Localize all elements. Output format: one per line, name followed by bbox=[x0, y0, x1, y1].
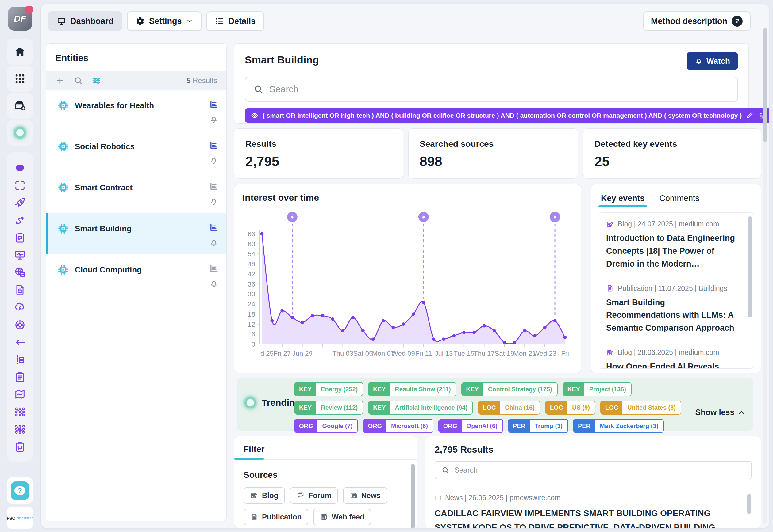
trending-tag[interactable]: PERTrump (3) bbox=[508, 419, 568, 433]
bell-icon[interactable] bbox=[209, 238, 219, 247]
data-point[interactable] bbox=[503, 341, 506, 344]
source-filter-forum[interactable]: Forum bbox=[290, 487, 338, 504]
bell-icon[interactable] bbox=[209, 156, 219, 165]
data-point[interactable] bbox=[482, 324, 486, 328]
data-point[interactable] bbox=[493, 329, 496, 333]
filter-tab[interactable]: Filter bbox=[234, 436, 417, 460]
data-point[interactable] bbox=[261, 232, 264, 236]
data-point[interactable] bbox=[523, 329, 526, 333]
rail-monitor-pulse-button[interactable] bbox=[14, 249, 26, 261]
query-chip[interactable]: ( smart OR intelligent OR high-tech ) AN… bbox=[245, 108, 769, 123]
rail-apps-grid-button[interactable] bbox=[7, 66, 33, 92]
tab-key-events[interactable]: Key events bbox=[600, 192, 646, 207]
bar-chart-icon[interactable] bbox=[209, 140, 219, 151]
rail-globe-chart-button[interactable] bbox=[14, 266, 26, 279]
rail-wheel-button[interactable] bbox=[14, 319, 26, 331]
key-events-scrollbar[interactable] bbox=[748, 216, 752, 317]
rail-clipboard-chat-button[interactable] bbox=[14, 441, 26, 453]
entity-row[interactable]: Smart Contract bbox=[46, 172, 227, 213]
watch-button[interactable]: Watch bbox=[687, 52, 738, 70]
page-scrollbar-track[interactable] bbox=[763, 27, 767, 524]
rail-brain-button[interactable] bbox=[14, 301, 26, 313]
trending-tag[interactable]: PERMark Zuckerberg (3) bbox=[573, 419, 664, 433]
data-point[interactable] bbox=[553, 319, 557, 322]
data-point[interactable] bbox=[563, 336, 567, 339]
data-point[interactable] bbox=[472, 331, 476, 334]
rail-network-graph-button[interactable] bbox=[14, 406, 26, 418]
results-scrollbar[interactable] bbox=[747, 494, 751, 514]
rail-winding-arrow-button[interactable] bbox=[14, 214, 26, 226]
data-point[interactable] bbox=[321, 314, 324, 317]
entity-row[interactable]: Smart Building bbox=[46, 213, 227, 254]
data-point[interactable] bbox=[452, 334, 455, 337]
data-point[interactable] bbox=[402, 322, 405, 326]
data-point[interactable] bbox=[382, 319, 385, 322]
results-search-input[interactable] bbox=[454, 466, 745, 474]
key-event-item[interactable]: Publication | 11.07.2025 | BuildingsSmar… bbox=[598, 277, 754, 341]
data-point[interactable] bbox=[513, 341, 516, 344]
bar-chart-icon[interactable] bbox=[209, 222, 219, 233]
rail-clipboard-button[interactable] bbox=[14, 371, 26, 383]
data-point[interactable] bbox=[432, 337, 435, 341]
key-event-marker[interactable] bbox=[418, 212, 429, 222]
bar-chart-icon[interactable] bbox=[209, 99, 219, 110]
trending-tag[interactable]: KEYReview (112) bbox=[294, 401, 363, 415]
rail-clipboard-chat-button[interactable] bbox=[14, 231, 26, 244]
entity-row[interactable]: Cloud Computing bbox=[46, 254, 227, 295]
app-logo[interactable]: DF bbox=[8, 7, 32, 31]
data-point[interactable] bbox=[543, 326, 546, 329]
trending-tag[interactable]: KEYEnergy (252) bbox=[294, 382, 363, 396]
bar-chart-icon[interactable] bbox=[209, 181, 219, 192]
rail-tree-list-button[interactable] bbox=[14, 354, 26, 366]
rail-back-arrow-button[interactable] bbox=[14, 336, 26, 348]
data-point[interactable] bbox=[301, 321, 304, 324]
key-event-marker[interactable] bbox=[287, 212, 298, 222]
result-item[interactable]: News | 26.06.2025 | prnewswire.comCADILL… bbox=[435, 494, 752, 528]
data-point[interactable] bbox=[462, 331, 466, 334]
entity-row[interactable]: Wearables for Health bbox=[46, 90, 227, 131]
trending-tag[interactable]: KEYResults Show (211) bbox=[368, 382, 456, 396]
filter-scrollbar[interactable] bbox=[411, 464, 415, 528]
data-point[interactable] bbox=[351, 316, 355, 319]
method-description-button[interactable]: Method description ? bbox=[643, 11, 751, 31]
trending-tag[interactable]: LOCUnited States (8) bbox=[600, 401, 681, 415]
eye-icon[interactable] bbox=[251, 112, 258, 119]
add-entity-icon[interactable] bbox=[55, 76, 64, 85]
help-button[interactable]: ? bbox=[7, 477, 33, 504]
rail-home-button[interactable] bbox=[7, 39, 33, 65]
data-point[interactable] bbox=[361, 329, 365, 333]
search-entities-icon[interactable] bbox=[74, 76, 83, 85]
key-event-marker[interactable] bbox=[550, 212, 560, 222]
bell-icon[interactable] bbox=[209, 279, 219, 288]
trending-tag[interactable]: ORGGoogle (7) bbox=[294, 419, 358, 433]
trending-tag[interactable]: LOCChina (16) bbox=[478, 401, 540, 415]
trending-tag[interactable]: KEYControl Strategy (175) bbox=[461, 382, 558, 396]
rail-ellipse-button[interactable] bbox=[14, 162, 26, 174]
data-point[interactable] bbox=[422, 301, 425, 304]
trending-tag[interactable]: LOCUS (9) bbox=[545, 401, 596, 415]
data-point[interactable] bbox=[341, 329, 345, 333]
trending-tag[interactable]: ORGOpenAI (6) bbox=[438, 419, 503, 433]
entity-search-input[interactable] bbox=[269, 84, 729, 94]
data-point[interactable] bbox=[280, 309, 284, 312]
data-point[interactable] bbox=[442, 337, 445, 341]
data-point[interactable] bbox=[412, 312, 415, 316]
bell-icon[interactable] bbox=[209, 197, 219, 206]
source-filter-blog[interactable]: Blog bbox=[244, 487, 285, 504]
rail-rocket-button[interactable] bbox=[14, 197, 26, 209]
entity-row[interactable]: Social Robotics bbox=[46, 131, 227, 172]
edit-query-icon[interactable] bbox=[746, 112, 753, 119]
key-event-item[interactable]: Blog | 24.07.2025 | medium.comIntroducti… bbox=[598, 213, 754, 277]
trending-tag[interactable]: ORGMicrosoft (6) bbox=[363, 419, 433, 433]
bar-chart-icon[interactable] bbox=[209, 264, 219, 274]
rail-pulse-ring-button[interactable] bbox=[7, 120, 33, 146]
rail-map-route-button[interactable] bbox=[14, 388, 26, 401]
source-filter-publication[interactable]: Publication bbox=[244, 509, 308, 525]
key-event-item[interactable]: Blog | 28.06.2025 | medium.comHow Open-E… bbox=[598, 341, 754, 369]
tab-settings[interactable]: Settings bbox=[127, 11, 202, 31]
bell-icon[interactable] bbox=[209, 115, 219, 124]
rail-card-add-button[interactable] bbox=[7, 93, 33, 119]
tab-comments[interactable]: Comments bbox=[659, 192, 700, 207]
data-point[interactable] bbox=[331, 317, 334, 321]
trending-tag[interactable]: KEYProject (136) bbox=[562, 382, 632, 396]
